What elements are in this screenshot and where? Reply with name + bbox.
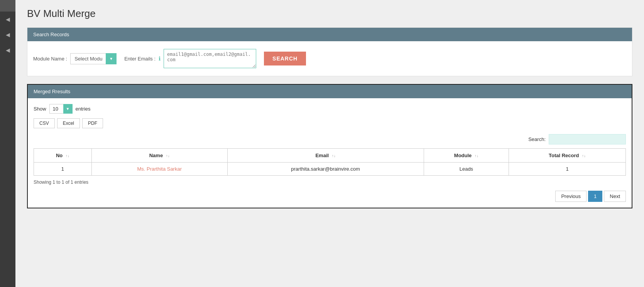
- page-title: BV Multi Merge: [27, 8, 632, 20]
- module-select-wrapper: Select Modu ▼: [70, 53, 117, 64]
- excel-button[interactable]: Excel: [57, 118, 80, 128]
- main-content: BV Multi Merge Search Records Module Nam…: [15, 0, 644, 287]
- next-button[interactable]: Next: [604, 191, 626, 202]
- cell-total-record: 1: [509, 163, 626, 176]
- export-buttons: CSV Excel PDF: [34, 118, 626, 128]
- entries-select-wrapper: 10 25 50 100 ▼: [49, 104, 73, 114]
- showing-text: Showing 1 to 1 of 1 entries: [34, 180, 626, 185]
- sort-icon-email: ↑↓: [332, 154, 336, 158]
- table-search-row: Search:: [34, 134, 626, 144]
- info-icon[interactable]: ℹ: [159, 55, 161, 62]
- results-table: No ↑↓ Name ↑↓ Email ↑↓ Module: [34, 148, 626, 176]
- sidebar-top: [0, 0, 15, 12]
- table-search-label: Search:: [528, 136, 546, 142]
- results-panel-header: Merged Rresults: [28, 85, 632, 98]
- sort-icon-total: ↑↓: [582, 154, 586, 158]
- csv-button[interactable]: CSV: [34, 118, 55, 128]
- cell-no: 1: [34, 163, 92, 176]
- pdf-button[interactable]: PDF: [82, 118, 103, 128]
- search-button[interactable]: SEARCH: [264, 52, 306, 65]
- sidebar-icon-2[interactable]: ◀: [0, 27, 15, 42]
- show-label: Show: [34, 106, 46, 112]
- table-row: 1 Ms. Prarthita Sarkar prarthita.sarkar@…: [34, 163, 626, 176]
- sort-icon-name: ↑↓: [166, 154, 170, 158]
- table-header-row: No ↑↓ Name ↑↓ Email ↑↓ Module: [34, 149, 626, 163]
- module-name-label: Module Name :: [33, 56, 67, 62]
- results-panel-body: Show 10 25 50 100 ▼ entries CSV Excel PD…: [28, 98, 632, 208]
- col-email[interactable]: Email ↑↓: [227, 149, 424, 163]
- module-name-group: Module Name : Select Modu ▼: [33, 53, 117, 64]
- col-no[interactable]: No ↑↓: [34, 149, 92, 163]
- cell-name: Ms. Prarthita Sarkar: [91, 163, 227, 176]
- name-link[interactable]: Ms. Prarthita Sarkar: [137, 166, 182, 172]
- results-panel: Merged Rresults Show 10 25 50 100 ▼ entr…: [27, 84, 632, 208]
- col-total-record[interactable]: Total Record ↑↓: [509, 149, 626, 163]
- sidebar-icon-1[interactable]: ◀: [0, 12, 15, 27]
- sort-icon-no: ↑↓: [66, 154, 69, 158]
- search-panel-header: Search Records: [27, 28, 632, 41]
- left-sidebar: ◀ ◀ ◀: [0, 0, 15, 287]
- page-1-button[interactable]: 1: [588, 191, 602, 202]
- cell-module: Leads: [424, 163, 509, 176]
- show-entries-row: Show 10 25 50 100 ▼ entries: [34, 104, 626, 114]
- cell-email: prarthita.sarkar@brainvire.com: [227, 163, 424, 176]
- search-row: Module Name : Select Modu ▼ Enter Emails…: [33, 49, 626, 68]
- sidebar-icon-3[interactable]: ◀: [0, 42, 15, 58]
- entries-select[interactable]: 10 25 50 100: [49, 104, 73, 114]
- email-input[interactable]: [164, 49, 256, 68]
- sort-icon-module: ↑↓: [475, 154, 478, 158]
- email-group: Enter Emails : ℹ: [124, 49, 256, 68]
- email-label: Enter Emails :: [124, 56, 156, 62]
- table-search-input[interactable]: [549, 134, 626, 144]
- col-name[interactable]: Name ↑↓: [91, 149, 227, 163]
- search-panel: Search Records Module Name : Select Modu…: [27, 27, 632, 76]
- pagination: Previous 1 Next: [34, 191, 626, 202]
- previous-button[interactable]: Previous: [555, 191, 587, 202]
- search-panel-body: Module Name : Select Modu ▼ Enter Emails…: [27, 41, 632, 76]
- module-select[interactable]: Select Modu: [70, 53, 117, 64]
- col-module[interactable]: Module ↑↓: [424, 149, 509, 163]
- entries-label: entries: [76, 106, 91, 112]
